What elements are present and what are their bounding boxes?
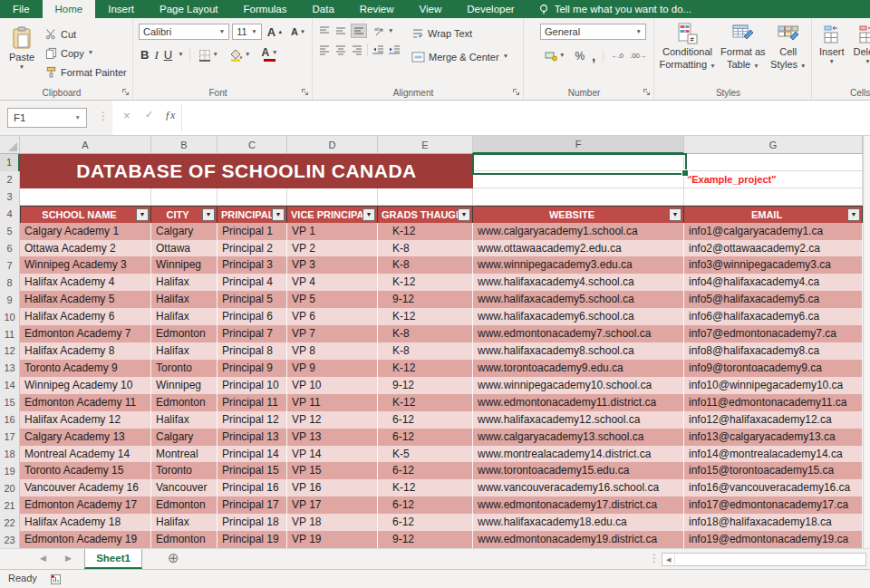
cell-g11[interactable]: info7@edmontonacademy7.ca (684, 325, 863, 343)
cell-f14[interactable]: www.winnipegacademy10.school.ca (473, 377, 684, 395)
bottom-align-button[interactable] (351, 24, 367, 38)
increase-decimal-button[interactable]: ←.0 (611, 52, 623, 60)
cell-e6[interactable]: K-8 (378, 240, 473, 258)
underline-button[interactable]: U (164, 48, 172, 62)
cell-c23[interactable]: Principal 19 (218, 531, 287, 548)
cell-d6[interactable]: VP 2 (287, 240, 378, 258)
row-header-5[interactable]: 5 (0, 223, 20, 241)
filter-button-website[interactable]: ▼ (669, 208, 682, 221)
cell-c11[interactable]: Principal 7 (218, 325, 287, 343)
filter-button-vice-principal[interactable]: ▼ (362, 208, 375, 221)
cell-c9[interactable]: Principal 5 (218, 291, 287, 309)
insert-dropdown-arrow[interactable]: ▼ (829, 59, 835, 65)
cell-c20[interactable]: Principal 16 (218, 479, 287, 497)
cell-c12[interactable]: Principal 8 (218, 342, 287, 361)
header-cell-school-name[interactable]: SCHOOL NAME▼ (20, 206, 151, 224)
row-header-19[interactable]: 19 (0, 462, 20, 480)
cell-e14[interactable]: 9-12 (378, 377, 473, 395)
cell-g6[interactable]: info2@ottawaacademy2.ca (684, 240, 863, 258)
cell-a22[interactable]: Halifax Academy 18 (20, 514, 151, 532)
cell-f8[interactable]: www.halifaxacademy4.school.ca (473, 274, 684, 292)
row-header-1[interactable]: 1 (0, 154, 20, 172)
cancel-button[interactable]: × (123, 109, 130, 122)
cell-f9[interactable]: www.halifaxacademy5.school.ca (473, 291, 684, 309)
cell-e12[interactable]: K-8 (378, 342, 473, 361)
decrease-indent-icon[interactable] (372, 44, 384, 55)
tell-me-box[interactable]: Tell me what you want to do... (538, 0, 692, 18)
cell-f22[interactable]: www.halifaxacademy18.edu.ca (473, 514, 684, 532)
cell-a19[interactable]: Toronto Academy 15 (20, 462, 151, 480)
header-cell-grads-thaught[interactable]: GRADS THAUGHT▼ (378, 206, 473, 224)
italic-button[interactable]: I (154, 48, 158, 63)
cell-f21[interactable]: www.edmontonacademy17.district.ca (473, 496, 684, 515)
column-header-g[interactable]: G (684, 136, 863, 154)
cell-d17[interactable]: VP 13 (287, 429, 378, 447)
cell-c22[interactable]: Principal 18 (218, 514, 287, 532)
column-header-a[interactable]: A (20, 136, 151, 154)
cell-d8[interactable]: VP 4 (287, 274, 378, 292)
name-box[interactable]: F1 ▼ (7, 108, 87, 128)
filter-button-school-name[interactable]: ▼ (136, 208, 149, 221)
cell-f6[interactable]: www.ottawaacademy2.edu.ca (473, 240, 684, 258)
cell-e8[interactable]: K-12 (378, 274, 473, 292)
row-header-21[interactable]: 21 (0, 496, 20, 515)
cell-e9[interactable]: 9-12 (378, 291, 473, 309)
cell-d7[interactable]: VP 3 (287, 256, 378, 275)
grow-font-button[interactable]: A▲ (265, 26, 285, 38)
row-header-15[interactable]: 15 (0, 394, 20, 412)
bold-button[interactable]: B (140, 48, 149, 62)
cell-f17[interactable]: www.calgaryacademy13.school.ca (473, 429, 684, 447)
cell-b17[interactable]: Calgary (151, 429, 218, 447)
cell-g15[interactable]: info11@edmontonacademy11.ca (684, 394, 863, 412)
percent-style-button[interactable]: % (575, 50, 585, 63)
cell-c16[interactable]: Principal 12 (218, 411, 287, 429)
cell-c5[interactable]: Principal 1 (218, 223, 287, 241)
align-right-icon[interactable] (351, 44, 363, 55)
enter-button[interactable]: ✓ (145, 109, 153, 120)
tab-review[interactable]: Review (347, 0, 407, 18)
tab-view[interactable]: View (407, 0, 455, 18)
cell-e15[interactable]: K-12 (378, 394, 473, 412)
cell-d18[interactable]: VP 14 (287, 446, 378, 464)
cell-e10[interactable]: K-12 (378, 308, 473, 326)
cell-f11[interactable]: www.edmontonacademy7.school.ca (473, 325, 684, 343)
alignment-dialog-launcher[interactable] (512, 88, 520, 96)
delete-cells-button[interactable]: Delete ▼ (854, 21, 870, 65)
format-as-table-button[interactable]: Format as Table ▼ (720, 19, 766, 70)
cell-b15[interactable]: Edmonton (151, 394, 218, 412)
cell-g13[interactable]: info9@torontoacademy9.ca (684, 360, 863, 378)
cell-g21[interactable]: info17@edmontonacademy17.ca (684, 496, 863, 515)
header-cell-principal[interactable]: PRINCIPAL▼ (218, 206, 287, 224)
cell-a21[interactable]: Edmonton Academy 17 (20, 496, 151, 515)
column-header-c[interactable]: C (218, 136, 287, 154)
cell-f12[interactable]: www.halifaxacademy8.school.ca (473, 342, 684, 361)
cell-d5[interactable]: VP 1 (287, 223, 378, 241)
cell-c3[interactable] (218, 188, 287, 206)
row-header-2[interactable]: 2 (0, 171, 20, 189)
filter-button-grads-thaught[interactable]: ▼ (458, 208, 470, 221)
cell-d21[interactable]: VP 17 (287, 496, 378, 515)
font-name-combo[interactable]: Calibri ▼ (139, 24, 229, 40)
copy-dropdown-arrow[interactable]: ▼ (88, 50, 93, 56)
tab-page-layout[interactable]: Page Layout (147, 0, 231, 18)
align-left-icon[interactable] (318, 44, 331, 55)
formula-input[interactable] (112, 101, 870, 135)
cell-a16[interactable]: Halifax Academy 12 (20, 411, 151, 429)
underline-dropdown-arrow[interactable]: ▼ (178, 52, 183, 58)
cell-a6[interactable]: Ottawa Academy 2 (20, 240, 151, 258)
cell-title-a1[interactable]: DATABASE OF SCHOOLIN CANADA (20, 154, 473, 188)
cell-d22[interactable]: VP 18 (287, 514, 378, 532)
cell-b9[interactable]: Halifax (151, 291, 218, 309)
cell-d20[interactable]: VP 16 (287, 479, 378, 497)
cell-d12[interactable]: VP 8 (287, 342, 378, 361)
row-header-16[interactable]: 16 (0, 411, 20, 429)
conditional-formatting-button[interactable]: ≠ Conditional Formatting ▼ (659, 19, 715, 70)
scroll-left-icon[interactable]: ◀ (662, 554, 675, 565)
cell-d3[interactable] (287, 188, 378, 206)
cell-g12[interactable]: info8@halifaxacademy8.ca (684, 342, 863, 361)
cell-b20[interactable]: Vancouver (151, 479, 218, 497)
cell-e5[interactable]: K-12 (378, 223, 473, 241)
cell-b10[interactable]: Halifax (151, 308, 218, 326)
row-header-17[interactable]: 17 (0, 429, 20, 447)
header-cell-website[interactable]: WEBSITE▼ (473, 206, 684, 224)
